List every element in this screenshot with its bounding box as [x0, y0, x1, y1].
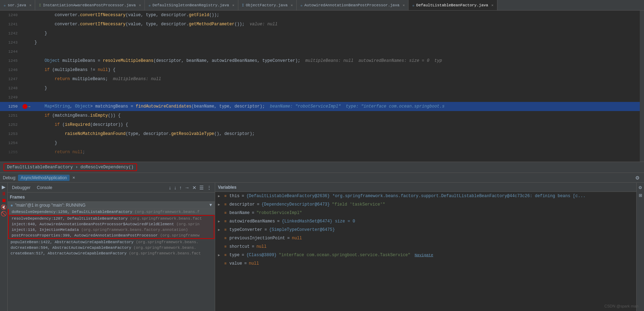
- tab-close-1[interactable]: ✕: [139, 3, 141, 7]
- var-value-type: {Class@3809}: [246, 253, 277, 258]
- disable-button[interactable]: 🚫: [1, 211, 7, 216]
- evaluate-button[interactable]: ✕: [191, 184, 198, 191]
- tab-3[interactable]: I ObjectFactory.java ✕: [238, 0, 297, 10]
- thread-expand-icon[interactable]: ▼: [210, 203, 212, 208]
- navigate-link-type[interactable]: Navigate: [415, 253, 433, 257]
- code-line-1245: 1245 Object multipleBeans = resolveMulti…: [0, 56, 640, 65]
- stack-item-label-2: inject:640, AutowiredAnnotationBeanPostP…: [12, 222, 200, 226]
- var-item-previnjectionpoint[interactable]: ▶ ≡ previousInjectionPoint = null: [215, 234, 636, 242]
- stack-item-label-5: populateBean:1422, AbstractAutowireCapab…: [11, 240, 199, 244]
- code-content-1254: }: [32, 141, 640, 145]
- code-line-1252: 1252 if (isRequired(descriptor)) {: [0, 120, 640, 129]
- variables-panel: Variables ▶ ≡ this = {DefaultListableBea…: [215, 183, 636, 311]
- line-number-1247: 1247: [0, 77, 21, 81]
- debug-panel: Debug: AsyncMethodApplication ✕ ⚙ ▶ ⏸ ⏹ …: [0, 173, 644, 311]
- var-item-beanname[interactable]: ▶ ≡ beanName = "robotServiceImpl": [215, 209, 636, 217]
- step-out-button[interactable]: ↑: [178, 184, 183, 191]
- tab-label-4: AutowiredAnnotationBeanPostProcessor.jav…: [304, 3, 400, 7]
- var-expand-typeconverter[interactable]: ▶: [218, 228, 222, 232]
- run-cursor-button[interactable]: →: [183, 184, 191, 191]
- code-line-1242: 1242 }: [0, 29, 640, 38]
- var-expand-type[interactable]: ▶: [218, 253, 222, 257]
- var-item-this[interactable]: ▶ ≡ this = {DefaultListableBeanFactory@2…: [215, 192, 636, 200]
- stack-item-5[interactable]: populateBean:1422, AbstractAutowireCapab…: [8, 239, 215, 245]
- stack-item-2[interactable]: inject:640, AutowiredAnnotationBeanPostP…: [9, 221, 214, 227]
- code-line-1250: 1250 → Map<String, Object> matchingBeans…: [0, 102, 640, 111]
- tab-label-3: ObjectFactory.java: [246, 3, 288, 7]
- debug-close-icon[interactable]: ✕: [72, 175, 75, 180]
- code-content-1247: return multipleBeans; multipleBeans: nul…: [32, 77, 640, 82]
- var-item-typeconverter[interactable]: ▶ ≡ typeConverter = {SimpleTypeConverter…: [215, 226, 636, 234]
- step-over-button[interactable]: ↓: [168, 184, 172, 191]
- more-button[interactable]: ⋮: [206, 184, 213, 191]
- thread-row[interactable]: ✱ "main"@1 in group "main": RUNNING ▼: [8, 202, 215, 209]
- tab-close-3[interactable]: ✕: [291, 3, 293, 7]
- code-line-1244: 1244: [0, 47, 640, 56]
- breadcrumb-sep: ›: [75, 165, 80, 170]
- code-scrollbar[interactable]: [640, 11, 644, 162]
- var-expand-autowiredbeannames[interactable]: ▶: [218, 219, 222, 223]
- step-into-button[interactable]: ↓: [173, 184, 178, 191]
- tab-1[interactable]: I InstantiationAwareBeanPostProcessor.ja…: [35, 0, 145, 10]
- restore-button[interactable]: ☰: [198, 184, 205, 191]
- line-number-1254: 1254: [0, 141, 21, 145]
- debug-settings-button[interactable]: ⚙: [634, 174, 641, 181]
- side-layout-button[interactable]: ⊞: [637, 192, 643, 199]
- resume-button[interactable]: ▶: [2, 184, 6, 190]
- tab-5[interactable]: ☕ DefaultListableBeanFactory.java ✕: [408, 0, 497, 10]
- tab-debugger[interactable]: Debugger: [10, 184, 33, 191]
- stack-item-0[interactable]: doResolveDependency:1250, DefaultListabl…: [8, 209, 215, 215]
- stack-item-label-1: resolveDependency:1207, DefaultListableB…: [12, 216, 202, 221]
- code-content-1253: raiseNoMatchingBeanFound(type, descripto…: [32, 131, 640, 136]
- line-number-1244: 1244: [0, 50, 21, 54]
- line-number-1249: 1249: [0, 95, 21, 99]
- var-expand-descriptor[interactable]: ▶: [218, 202, 222, 207]
- stop-button[interactable]: ⏹: [1, 197, 6, 203]
- var-name-autowiredbeannames: autowiredBeanNames: [230, 219, 275, 224]
- var-item-shortcut[interactable]: ▶ ≡ shortcut = null: [215, 242, 636, 251]
- line-number-1245: 1245: [0, 59, 21, 63]
- stack-item-3[interactable]: inject:116, InjectionMetadata (org.sprin…: [9, 227, 214, 233]
- var-value-typeconverter: {SimpleTypeConverter@6475}: [269, 227, 335, 232]
- line-number-1246: 1246: [0, 68, 21, 72]
- stack-item-4[interactable]: postProcessProperties:399, AutowiredAnno…: [9, 233, 214, 238]
- var-expand-this[interactable]: ▶: [218, 194, 222, 198]
- tab-close-4[interactable]: ✕: [402, 3, 405, 7]
- line-number-1248: 1248: [0, 86, 21, 90]
- var-item-descriptor[interactable]: ▶ ≡ descriptor = {DependencyDescriptor@6…: [215, 200, 636, 209]
- mute-button[interactable]: 🔇: [1, 204, 7, 210]
- stack-item-label-0: doResolveDependency:1250, DefaultListabl…: [12, 210, 200, 214]
- line-number-1241: 1241: [0, 22, 21, 26]
- frames-header: Frames: [8, 193, 215, 202]
- tab-close-0[interactable]: ✕: [29, 3, 31, 7]
- side-settings-button[interactable]: ⚙: [637, 184, 643, 191]
- var-name-this: this: [230, 194, 240, 199]
- tab-0[interactable]: ☕ sor.java ✕: [0, 0, 35, 10]
- stack-item-1[interactable]: resolveDependency:1207, DefaultListableB…: [9, 216, 214, 221]
- pause-button[interactable]: ⏸: [1, 191, 6, 196]
- code-line-1249: 1249: [0, 93, 640, 102]
- code-line-1243: 1243 }: [0, 38, 640, 47]
- tab-close-2[interactable]: ✕: [232, 3, 234, 7]
- stack-item-label-6: doCreateBean:594, AbstractAutowireCapabl…: [11, 246, 196, 250]
- stack-item-7[interactable]: createBean:517, AbstractAutowireCapableB…: [8, 251, 215, 256]
- tab-4[interactable]: ☕ AutowiredAnnotationBeanPostProcessor.j…: [297, 0, 408, 10]
- tab-icon-2: ☕: [148, 3, 151, 7]
- breadcrumb: DefaultListableBeanFactory › doResolveDe…: [4, 163, 137, 171]
- code-line-1240: 1240 converter.convertIfNecessary(value,…: [0, 11, 640, 20]
- tab-close-5[interactable]: ✕: [491, 3, 494, 7]
- debug-arrow-1250: →: [28, 104, 31, 109]
- var-item-autowiredbeannames[interactable]: ▶ ≡ autowiredBeanNames = {LinkedHashSet@…: [215, 217, 636, 226]
- variables-title: Variables: [218, 185, 237, 190]
- breakpoint-icon-1250[interactable]: [22, 104, 27, 109]
- var-item-type[interactable]: ▶ ≡ type = {Class@3809} "interface com.o…: [215, 251, 636, 259]
- stack-item-6[interactable]: doCreateBean:594, AbstractAutowireCapabl…: [8, 245, 215, 251]
- code-content-1252: if (isRequired(descriptor)) {: [32, 122, 640, 127]
- code-content-1248: }: [32, 86, 640, 91]
- var-item-value[interactable]: ▶ ≡ value = null: [215, 259, 636, 268]
- tab-console[interactable]: Console: [35, 184, 54, 191]
- line-number-1252: 1252: [0, 123, 21, 127]
- code-content-1240: converter.convertIfNecessary(value, type…: [32, 13, 640, 18]
- code-content-1243: }: [32, 40, 640, 45]
- tab-2[interactable]: ☕ DefaultSingletonBeanRegistry.java ✕: [145, 0, 238, 10]
